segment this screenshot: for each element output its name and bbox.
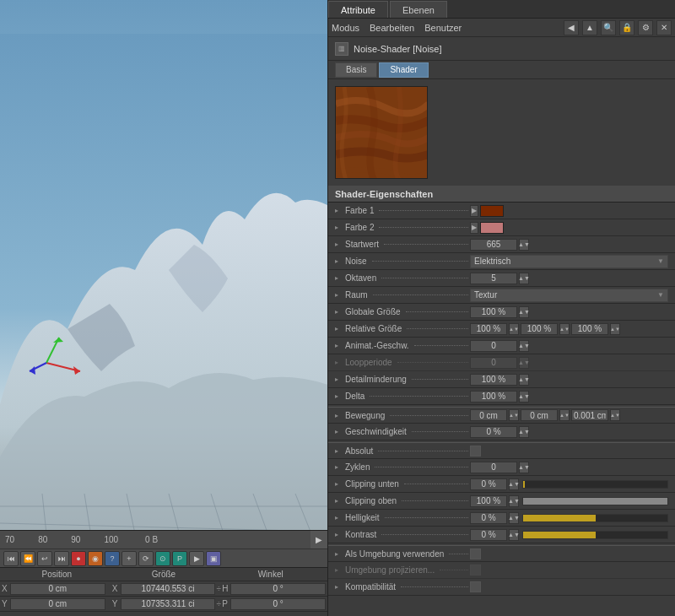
transport-record-auto[interactable]: ◉ [88, 551, 103, 566]
menu-bearbeiten[interactable]: Bearbeiten [370, 23, 414, 33]
nav-prev-icon[interactable]: ◀ [564, 20, 579, 35]
farbe1-arrow[interactable]: ▶ [470, 205, 478, 217]
farbe1-triangle[interactable]: ▸ [335, 207, 342, 214]
umgeb-triangle[interactable]: ▸ [335, 550, 342, 558]
transport-to-end[interactable]: ⏭ [54, 551, 69, 566]
zyklen-triangle[interactable]: ▸ [335, 463, 342, 471]
h-angle-input[interactable] [230, 583, 326, 595]
tab-attribute[interactable]: Attribute [328, 1, 388, 18]
kontr-spin[interactable]: ▲▼ [509, 529, 519, 541]
texture-preview[interactable] [335, 86, 428, 179]
detail-input[interactable] [470, 374, 517, 386]
absolut-triangle[interactable]: ▸ [335, 447, 342, 455]
bew-y-input[interactable] [521, 409, 558, 421]
bew-z-spin[interactable]: ▲▼ [610, 409, 620, 421]
lock-icon[interactable]: 🔒 [619, 20, 634, 35]
detail-triangle[interactable]: ▸ [335, 376, 342, 383]
transport-mode[interactable]: ⊙ [155, 551, 170, 566]
shader-tabs[interactable]: Basis Shader [328, 61, 675, 79]
clipu-spin[interactable]: ▲▼ [509, 478, 519, 490]
menu-benutzer[interactable]: Benutzer [424, 23, 462, 33]
animat-triangle[interactable]: ▸ [335, 342, 342, 349]
p-angle-input[interactable] [230, 598, 326, 610]
raum-triangle[interactable]: ▸ [335, 291, 342, 299]
zyklen-input[interactable] [470, 462, 517, 473]
timeline-expand-btn[interactable]: ▶ [310, 531, 327, 549]
bew-y-spin[interactable]: ▲▼ [559, 409, 570, 421]
y-size-input[interactable] [121, 598, 216, 610]
x-pos-input[interactable] [10, 583, 105, 595]
transport-loop[interactable]: ⟳ [138, 551, 154, 566]
tab-shader[interactable]: Shader [379, 62, 428, 78]
tab-basis[interactable]: Basis [335, 62, 377, 78]
als-umgebung-checkbox[interactable] [470, 548, 481, 559]
transport-back[interactable]: ↩ [37, 551, 52, 566]
relative-triangle[interactable]: ▸ [335, 325, 342, 332]
animat-input[interactable] [470, 340, 517, 352]
relative-z-input[interactable] [571, 323, 608, 335]
farbe2-swatch[interactable] [480, 222, 504, 234]
bew-triangle[interactable]: ▸ [335, 412, 342, 419]
hell-input[interactable] [470, 512, 507, 524]
startwert-spin[interactable]: ▲▼ [519, 239, 529, 251]
transport-bar[interactable]: ⏮ ⏪ ↩ ⏭ ● ◉ ? + ⟳ ⊙ P ▶ ▣ [0, 548, 327, 567]
farbe2-triangle[interactable]: ▸ [335, 224, 342, 231]
attr-tab-bar[interactable]: Attribute Ebenen [328, 0, 675, 19]
delta-input[interactable] [470, 391, 517, 403]
close-icon[interactable]: ✕ [656, 20, 672, 35]
startwert-triangle[interactable]: ▸ [335, 240, 342, 248]
animat-spin[interactable]: ▲▼ [519, 340, 529, 352]
clipu-bar[interactable] [522, 480, 668, 489]
hell-triangle[interactable]: ▸ [335, 514, 342, 521]
viewport-3d[interactable] [0, 0, 327, 616]
globale-input[interactable] [470, 306, 517, 318]
clipo-bar[interactable] [522, 497, 668, 505]
geschw-input[interactable] [470, 426, 517, 438]
clipo-triangle[interactable]: ▸ [335, 497, 342, 505]
relative-y-spin[interactable]: ▲▼ [559, 323, 570, 335]
transport-p[interactable]: P [172, 551, 187, 566]
geschw-triangle[interactable]: ▸ [335, 428, 342, 435]
transport-help[interactable]: ? [105, 551, 120, 566]
komp-checkbox[interactable] [470, 581, 481, 592]
hell-spin[interactable]: ▲▼ [509, 512, 519, 524]
farbe2-arrow[interactable]: ▶ [470, 222, 478, 234]
x-size-input[interactable] [121, 583, 216, 595]
bew-x-input[interactable] [470, 409, 507, 421]
transport-play[interactable]: ▶ [189, 551, 204, 566]
timeline-bar[interactable]: 70 80 90 100 0 B ▶ [0, 530, 327, 548]
relative-x-spin[interactable]: ▲▼ [509, 323, 519, 335]
hell-bar[interactable] [522, 514, 668, 522]
transport-to-start[interactable]: ⏮ [3, 551, 19, 566]
y-pos-input[interactable] [10, 598, 105, 610]
transport-add-key[interactable]: + [122, 551, 137, 566]
bew-x-spin[interactable]: ▲▼ [509, 409, 519, 421]
nav-next-icon[interactable]: ▲ [582, 20, 597, 35]
transport-record[interactable]: ● [71, 551, 86, 566]
oktaven-spin[interactable]: ▲▼ [519, 273, 529, 284]
absolut-checkbox[interactable] [470, 446, 481, 457]
clipu-input[interactable] [470, 478, 507, 490]
startwert-input[interactable] [470, 239, 517, 251]
relative-x-input[interactable] [470, 323, 507, 335]
globale-spin[interactable]: ▲▼ [519, 306, 529, 318]
oktaven-triangle[interactable]: ▸ [335, 274, 342, 282]
relative-y-input[interactable] [521, 323, 558, 335]
detail-spin[interactable]: ▲▼ [519, 374, 529, 386]
kontr-bar[interactable] [522, 531, 668, 539]
geschw-spin[interactable]: ▲▼ [519, 426, 529, 438]
komp-triangle[interactable]: ▸ [335, 583, 342, 591]
kontr-input[interactable] [470, 529, 507, 541]
kontr-triangle[interactable]: ▸ [335, 531, 342, 538]
delta-spin[interactable]: ▲▼ [519, 391, 529, 403]
farbe1-swatch[interactable] [480, 205, 504, 217]
bew-z-input[interactable] [571, 409, 608, 421]
settings-icon[interactable]: ⚙ [638, 20, 653, 35]
delta-triangle[interactable]: ▸ [335, 392, 342, 400]
transport-prev-frame[interactable]: ⏪ [20, 551, 35, 566]
tab-ebenen[interactable]: Ebenen [390, 1, 447, 18]
relative-z-spin[interactable]: ▲▼ [610, 323, 620, 335]
oktaven-input[interactable] [470, 273, 517, 284]
clipo-spin[interactable]: ▲▼ [509, 495, 519, 507]
zyklen-spin[interactable]: ▲▼ [519, 462, 529, 473]
